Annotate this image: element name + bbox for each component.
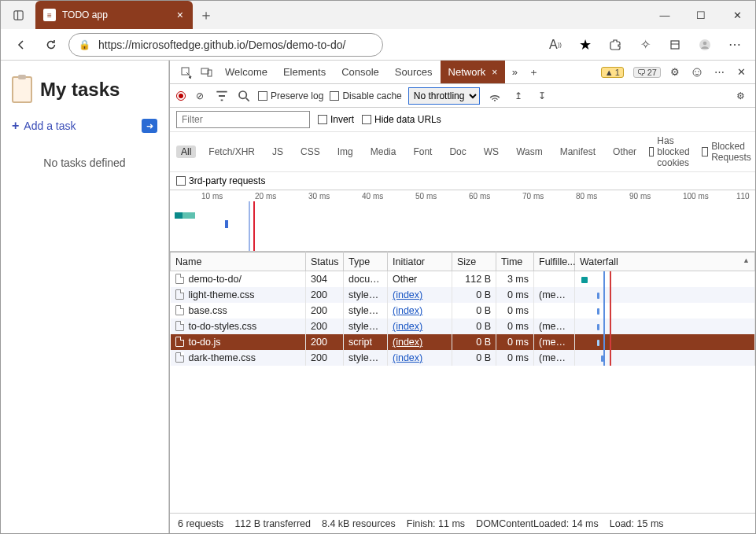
type-doc[interactable]: Doc: [444, 145, 470, 158]
close-devtools-button[interactable]: ✕: [733, 60, 749, 85]
search-button[interactable]: [236, 83, 252, 109]
devtools: Welcome Elements Console Sources Network…: [169, 61, 755, 533]
request-row[interactable]: light-theme.css200styles…(index)0 B0 ms(…: [171, 287, 755, 303]
request-row[interactable]: dark-theme.css200styles…(index)0 B0 ms(m…: [171, 350, 755, 366]
favorites-bar-button[interactable]: ✧: [632, 32, 658, 57]
request-row[interactable]: demo-to-do/304docu…Other112 B3 ms: [171, 271, 755, 288]
add-task-button[interactable]: + Add a task: [12, 119, 76, 133]
initiator-link[interactable]: (index): [393, 289, 422, 300]
address-bar: 🔒 https://microsoftedge.github.io/Demos/…: [1, 29, 755, 61]
close-tab-icon[interactable]: ×: [177, 9, 183, 21]
submit-task-button[interactable]: ➜: [142, 119, 157, 133]
disable-cache-checkbox[interactable]: Disable cache: [330, 90, 401, 101]
type-ws[interactable]: WS: [479, 145, 503, 158]
favorite-button[interactable]: ★: [573, 32, 598, 57]
blocked-cookies-checkbox[interactable]: Has blocked cookies: [649, 135, 694, 168]
more-options-button[interactable]: ⋯: [711, 60, 727, 85]
network-conditions-button[interactable]: [486, 83, 503, 109]
blocked-requests-checkbox[interactable]: Blocked Requests: [702, 141, 754, 163]
device-toolbar-button[interactable]: [197, 60, 217, 85]
messages-badge[interactable]: 🗨27: [633, 67, 661, 78]
warning-icon: ▲: [605, 68, 614, 77]
network-toolbar: ⊘ Preserve log Disable cache No throttli…: [170, 84, 755, 108]
col-size[interactable]: Size: [452, 252, 496, 271]
type-media[interactable]: Media: [366, 145, 401, 158]
initiator-link[interactable]: (index): [393, 337, 422, 348]
browser-tab[interactable]: ≡ TODO app ×: [35, 1, 193, 29]
menu-button[interactable]: ⋯: [722, 32, 747, 57]
back-button[interactable]: [9, 32, 34, 57]
more-tabs-button[interactable]: »: [505, 60, 524, 85]
url-field[interactable]: 🔒 https://microsoftedge.github.io/Demos/…: [68, 33, 383, 57]
type-all[interactable]: All: [176, 145, 196, 158]
tab-welcome[interactable]: Welcome: [217, 61, 275, 83]
initiator-link[interactable]: (index): [393, 305, 422, 316]
svg-point-14: [494, 99, 496, 101]
type-fetch[interactable]: Fetch/XHR: [204, 145, 260, 158]
close-panel-icon[interactable]: ×: [492, 67, 497, 78]
col-name[interactable]: Name: [171, 252, 306, 271]
col-fulfilled[interactable]: Fulfille...: [534, 252, 575, 271]
tab-title: TODO app: [62, 9, 171, 20]
new-tab-button[interactable]: ＋: [193, 1, 219, 29]
type-other[interactable]: Other: [608, 145, 641, 158]
filter-toggle-button[interactable]: [214, 83, 230, 109]
settings-button[interactable]: ⚙: [667, 60, 683, 85]
network-filter-bar: Invert Hide data URLs: [170, 108, 755, 132]
svg-point-10: [695, 71, 696, 72]
warnings-badge[interactable]: ▲1: [601, 67, 624, 78]
request-row[interactable]: base.css200styles…(index)0 B0 ms: [171, 303, 755, 319]
extensions-button[interactable]: [603, 32, 628, 57]
tab-elements[interactable]: Elements: [275, 61, 334, 83]
type-css[interactable]: CSS: [296, 145, 325, 158]
overview-timeline[interactable]: 10 ms20 ms30 ms40 ms50 ms60 ms70 ms80 ms…: [170, 190, 755, 252]
col-initiator[interactable]: Initiator: [388, 252, 452, 271]
col-time[interactable]: Time: [496, 252, 534, 271]
tab-favicon-icon: ≡: [43, 9, 56, 21]
add-tab-button[interactable]: ＋: [524, 60, 543, 85]
request-row[interactable]: to-do-styles.css200styles…(index)0 B0 ms…: [171, 319, 755, 334]
request-row[interactable]: to-do.js200script(index)0 B0 ms(mem…: [171, 334, 755, 350]
svg-point-12: [239, 91, 246, 98]
tab-sources[interactable]: Sources: [387, 61, 441, 83]
waterfall-cell: [580, 274, 750, 285]
preserve-log-checkbox[interactable]: Preserve log: [258, 90, 323, 101]
network-status-bar: 6 requests 112 B transferred 8.4 kB reso…: [170, 513, 755, 533]
third-party-checkbox[interactable]: 3rd-party requests: [176, 175, 265, 186]
maximize-button[interactable]: ☐: [683, 1, 719, 29]
tab-network[interactable]: Network×: [441, 61, 506, 83]
type-js[interactable]: JS: [267, 145, 288, 158]
feedback-button[interactable]: [689, 60, 705, 85]
collections-button[interactable]: [662, 32, 688, 57]
throttling-select[interactable]: No throttling: [408, 87, 480, 105]
svg-point-5: [703, 41, 707, 45]
import-har-button[interactable]: ↥: [510, 83, 527, 109]
reader-button[interactable]: A)): [543, 32, 568, 57]
clear-button[interactable]: ⊘: [192, 83, 208, 109]
initiator-link[interactable]: (index): [393, 321, 422, 332]
refresh-button[interactable]: [39, 32, 64, 57]
inspect-element-button[interactable]: [176, 60, 197, 85]
export-har-button[interactable]: ↧: [533, 83, 551, 109]
col-type[interactable]: Type: [344, 252, 388, 271]
timeline-tick: 110: [736, 192, 750, 201]
record-button[interactable]: [176, 91, 186, 101]
type-manifest[interactable]: Manifest: [555, 145, 600, 158]
hide-data-urls-checkbox[interactable]: Hide data URLs: [362, 114, 441, 125]
col-waterfall[interactable]: Waterfall: [575, 252, 755, 271]
type-font[interactable]: Font: [408, 145, 437, 158]
network-settings-button[interactable]: ⚙: [732, 83, 749, 109]
minimize-button[interactable]: —: [647, 1, 683, 29]
invert-checkbox[interactable]: Invert: [318, 114, 354, 125]
type-wasm[interactable]: Wasm: [511, 145, 548, 158]
type-img[interactable]: Img: [333, 145, 358, 158]
tab-actions-button[interactable]: [1, 1, 35, 29]
tab-console[interactable]: Console: [334, 61, 387, 83]
profile-button[interactable]: [692, 32, 717, 57]
filter-input[interactable]: [176, 111, 310, 128]
waterfall-cell: [580, 289, 750, 300]
close-window-button[interactable]: ✕: [719, 1, 755, 29]
initiator-link[interactable]: (index): [393, 352, 422, 363]
col-status[interactable]: Status: [306, 252, 344, 271]
svg-line-13: [246, 98, 249, 101]
